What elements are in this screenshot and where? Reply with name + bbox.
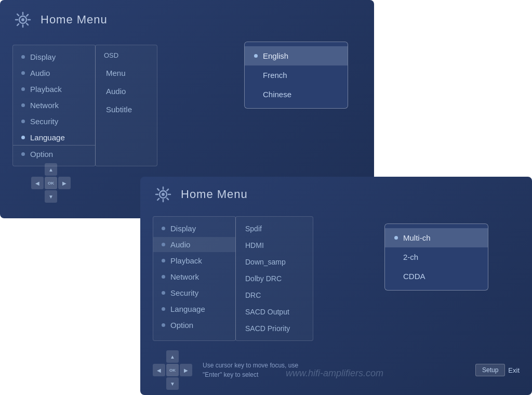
osd-header: OSD xyxy=(96,49,157,63)
twoch-option[interactable]: 2-ch xyxy=(385,247,488,267)
bnav-language[interactable]: Language xyxy=(153,301,235,317)
top-left-nav: Display Audio Playback Network Security … xyxy=(12,45,96,166)
nav-option[interactable]: Option xyxy=(13,147,95,162)
lang-english[interactable]: English xyxy=(245,46,348,65)
footer-right-btn[interactable]: ▶ xyxy=(180,364,192,376)
lang-french[interactable]: French xyxy=(245,65,348,85)
osd-subtitle[interactable]: Subtitle xyxy=(96,101,157,118)
nav-dot xyxy=(162,227,165,230)
nav-dot xyxy=(21,120,25,123)
empty xyxy=(58,190,71,203)
exit-label[interactable]: Exit xyxy=(508,366,520,374)
svg-point-3 xyxy=(162,193,165,196)
multich-dot xyxy=(394,236,398,240)
nav-audio[interactable]: Audio xyxy=(13,65,95,81)
nav-dot xyxy=(21,103,25,107)
bnav-security[interactable]: Security xyxy=(153,285,235,300)
bnav-playback[interactable]: Playback xyxy=(153,253,235,268)
right-arrow-btn[interactable]: ▶ xyxy=(58,177,71,189)
nav-dot xyxy=(162,323,165,327)
lang-dot xyxy=(254,54,258,58)
nav-dot xyxy=(21,71,25,75)
footer-buttons: Setup Exit xyxy=(475,364,520,376)
osd-menu[interactable]: Menu xyxy=(96,64,157,82)
audio-sacd-output[interactable]: SACD Output xyxy=(236,304,313,320)
bnav-option[interactable]: Option xyxy=(153,318,235,333)
audio-hdmi[interactable]: HDMI xyxy=(236,238,313,253)
svg-point-1 xyxy=(21,18,24,21)
multich-option[interactable]: Multi-ch xyxy=(385,228,488,247)
bottom-left-nav: Display Audio Playback Network Security … xyxy=(153,216,236,341)
bottom-nav-arrows: ▲ ◀ OK ▶ ▼ xyxy=(153,350,192,390)
footer-hint: Use cursor key to move focus, use "Enter… xyxy=(192,361,475,379)
nav-dot xyxy=(162,307,165,311)
nav-playback[interactable]: Playback xyxy=(13,82,95,97)
empty xyxy=(153,377,165,390)
audio-spdif[interactable]: Spdif xyxy=(236,221,313,236)
top-panel-header: Home Menu xyxy=(0,0,374,40)
empty xyxy=(180,350,192,363)
bottom-footer: ▲ ◀ OK ▶ ▼ Use cursor key to move focus,… xyxy=(140,350,532,390)
multich-dropdown: Multi-ch 2-ch CDDA xyxy=(384,223,488,291)
top-panel-title: Home Menu xyxy=(41,13,108,27)
ok-btn[interactable]: OK xyxy=(45,177,57,189)
gear-icon xyxy=(12,9,33,30)
nav-language[interactable]: Language xyxy=(13,130,95,146)
bnav-audio[interactable]: Audio xyxy=(153,237,235,252)
left-arrow-btn[interactable]: ◀ xyxy=(31,177,44,189)
bottom-gear-icon xyxy=(153,184,174,205)
nav-dot xyxy=(21,55,25,59)
bnav-display[interactable]: Display xyxy=(153,221,235,236)
footer-left-btn[interactable]: ◀ xyxy=(153,364,165,376)
nav-network[interactable]: Network xyxy=(13,98,95,113)
bnav-network[interactable]: Network xyxy=(153,269,235,284)
audio-sacd-priority[interactable]: SACD Priority xyxy=(236,321,313,336)
audio-submenu: Spdif HDMI Down_samp Dolby DRC DRC SACD … xyxy=(235,216,313,341)
footer-ok-btn[interactable]: OK xyxy=(166,364,179,376)
bottom-panel-header: Home Menu xyxy=(140,177,532,212)
empty xyxy=(180,377,192,390)
nav-display[interactable]: Display xyxy=(13,49,95,64)
down-arrow-btn[interactable]: ▼ xyxy=(45,190,57,203)
lang-chinese[interactable]: Chinese xyxy=(245,85,348,104)
empty xyxy=(31,190,44,203)
nav-dot xyxy=(21,152,25,156)
nav-dot xyxy=(21,87,25,91)
empty xyxy=(31,163,44,176)
up-arrow-btn[interactable]: ▲ xyxy=(45,163,57,176)
cdda-option[interactable]: CDDA xyxy=(385,267,488,286)
empty xyxy=(58,163,71,176)
empty xyxy=(153,350,165,363)
language-dropdown: English French Chinese xyxy=(244,42,348,109)
audio-drc[interactable]: DRC xyxy=(236,287,313,303)
bottom-panel-title: Home Menu xyxy=(181,188,248,201)
nav-dot xyxy=(21,136,25,139)
nav-dot xyxy=(162,243,165,246)
nav-dot xyxy=(162,291,165,295)
footer-up-btn[interactable]: ▲ xyxy=(166,350,179,363)
audio-downsamp[interactable]: Down_samp xyxy=(236,254,313,270)
setup-button[interactable]: Setup xyxy=(475,364,505,376)
nav-security[interactable]: Security xyxy=(13,114,95,129)
nav-dot xyxy=(162,259,165,262)
osd-submenu: OSD Menu Audio Subtitle xyxy=(95,45,157,166)
footer-down-btn[interactable]: ▼ xyxy=(166,377,179,390)
osd-audio[interactable]: Audio xyxy=(96,83,157,100)
nav-dot xyxy=(162,275,165,279)
top-nav-arrows: ▲ ◀ OK ▶ ▼ xyxy=(31,163,71,203)
audio-dolby-drc[interactable]: Dolby DRC xyxy=(236,271,313,286)
